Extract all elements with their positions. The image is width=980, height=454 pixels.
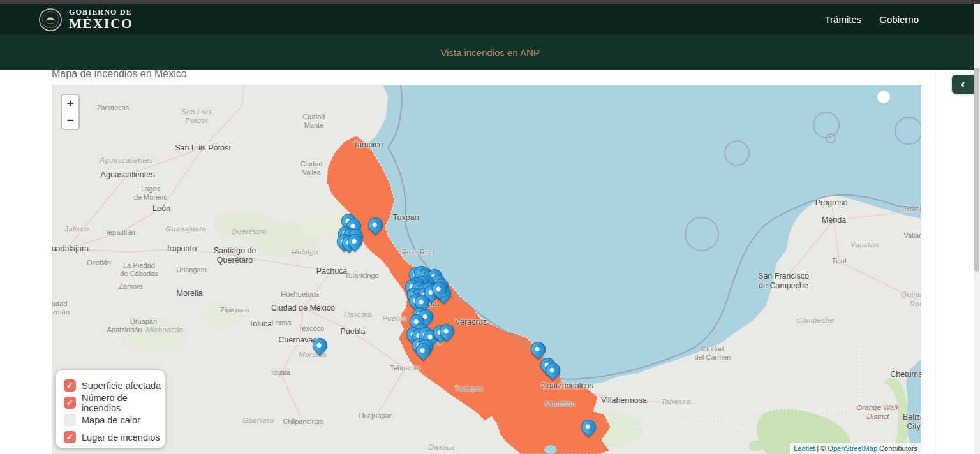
nav-tramites[interactable]: Trámites xyxy=(825,14,862,25)
legend-label: Número de incendios xyxy=(82,393,165,413)
map-label: Jalisco xyxy=(64,225,89,234)
map-label: Tehuacán xyxy=(390,364,420,372)
status-circle-marker xyxy=(877,91,890,103)
header-nav: Trámites Gobierno xyxy=(825,14,919,25)
map-label: Ticul xyxy=(832,257,847,265)
map-zoom-control: + − xyxy=(61,94,80,130)
map-label: Campeche xyxy=(797,316,835,325)
map-label: Aguascalientes xyxy=(100,156,153,165)
logo-line2: MÉXICO xyxy=(69,17,133,31)
zoom-out-button[interactable]: − xyxy=(62,112,78,129)
leaflet-map[interactable]: ZacatecasSan Luis PotosíSan Luis PotosíC… xyxy=(52,85,921,454)
legend-checkbox-0[interactable]: ✓ xyxy=(64,379,76,392)
map-label: Huajuapan xyxy=(359,412,392,420)
legend-row: Mapa de calor xyxy=(64,411,165,428)
map-label: Tepatitlán xyxy=(105,228,135,237)
map-label: Guanajuato xyxy=(165,225,205,234)
map-label: Ciudad Guzmán xyxy=(52,300,70,316)
map-label: Huehuetoca xyxy=(281,290,318,298)
map-label: Santiago de Querétaro xyxy=(214,246,256,265)
map-label: Tabasco xyxy=(661,398,690,407)
map-label: Uriangato xyxy=(176,266,207,274)
attribution-suffix: Contributors xyxy=(877,444,917,452)
map-label: Tulancingo xyxy=(345,272,378,280)
map-label: San Luis Potosí xyxy=(181,108,212,126)
map-label: Zitácuaro xyxy=(220,306,249,314)
map-label: Zamora xyxy=(119,282,143,291)
map-label: Tlaxcala xyxy=(343,311,372,319)
map-label: Belize City xyxy=(903,413,921,432)
map-label: Valladolid xyxy=(904,231,921,240)
map-label: Progreso xyxy=(815,198,848,208)
legend-label: Mapa de calor xyxy=(82,415,140,425)
legend-label: Superficie afectada xyxy=(82,381,161,391)
map-label: Irapuato xyxy=(167,244,197,254)
gobmx-logo[interactable]: GOBIERNO DE MÉXICO xyxy=(38,8,133,32)
map-label: San Luis Potosí xyxy=(175,143,231,153)
map-label: Mérida xyxy=(822,216,846,225)
map-label: Chilpancingo xyxy=(283,418,323,426)
layer-legend-panel: ✓Superficie afectada✓Número de incendios… xyxy=(56,370,165,448)
map-label: Puebla xyxy=(382,314,406,323)
map-label: Aguascalientes xyxy=(101,170,155,180)
map-label: Apatzingán xyxy=(107,326,142,334)
logo-line1: GOBIERNO DE xyxy=(69,8,133,16)
osm-link[interactable]: OpenStreetMap xyxy=(828,444,877,452)
map-label: Tuxpan xyxy=(392,213,419,223)
chevron-left-icon: ‹ xyxy=(961,77,965,91)
legend-row: ✓Número de incendios xyxy=(64,394,165,411)
map-label: Tampico xyxy=(353,140,383,150)
map-label: Querétaro xyxy=(231,228,266,237)
legend-checkbox-2[interactable] xyxy=(64,414,76,426)
map-attribution: Leaflet | © OpenStreetMap Contributors xyxy=(790,443,921,454)
map-label: Morelia xyxy=(177,289,203,298)
leaflet-link[interactable]: Leaflet xyxy=(794,444,815,452)
legend-checkbox-3[interactable]: ✓ xyxy=(64,431,76,443)
side-panel-toggle[interactable]: ‹ xyxy=(952,75,974,94)
map-label: Guadalajara xyxy=(52,244,89,254)
map-label: Toluca xyxy=(249,319,272,329)
banner-title[interactable]: Vista incendios en ANP xyxy=(440,47,540,58)
map-label: San Francisco de Campeche xyxy=(758,272,809,291)
map-label: Uruapan xyxy=(130,318,157,326)
map-label: Oaxaca xyxy=(428,443,455,452)
window-top-strip xyxy=(0,0,980,4)
map-label: Iguala xyxy=(271,369,290,377)
map-label: Ocotlán xyxy=(87,259,111,267)
mexico-seal-icon xyxy=(38,8,63,32)
legend-row: ✓Lugar de incendios xyxy=(64,428,165,446)
map-label: Pachuca xyxy=(316,267,348,276)
side-panel-edge xyxy=(937,70,937,454)
nav-gobierno[interactable]: Gobierno xyxy=(879,14,919,25)
map-label: Villahermosa xyxy=(601,396,647,406)
map-label: Ciudad de México xyxy=(271,304,335,313)
map-label: Quintana Roo xyxy=(901,291,921,309)
page-scrollbar[interactable] xyxy=(974,4,980,454)
map-label: La Piedad de Cabadas xyxy=(120,261,158,278)
map-label: Ciudad Mante xyxy=(303,113,325,129)
map-label: Veracruz xyxy=(455,318,486,327)
map-label: León xyxy=(152,204,170,214)
zoom-in-button[interactable]: + xyxy=(62,95,78,112)
map-label: Lagos de Moreno xyxy=(134,185,168,201)
map-label: Hidalgo xyxy=(292,248,318,257)
scrollbar-thumb[interactable] xyxy=(974,68,979,272)
map-label: Minatitlán xyxy=(545,400,575,408)
app-banner: Vista incendios en ANP xyxy=(0,35,980,70)
map-label: Michoacán xyxy=(145,326,183,335)
gobmx-header: GOBIERNO DE MÉXICO Trámites Gobierno xyxy=(0,4,980,35)
map-label: Tuxtepec xyxy=(455,384,484,393)
legend-checkbox-1[interactable]: ✓ xyxy=(64,397,76,409)
map-label: Ciudad Valles xyxy=(301,160,323,177)
legend-label: Lugar de incendios xyxy=(82,432,160,443)
map-label: Poza Rica xyxy=(402,248,434,256)
map-label: Zacatecas xyxy=(97,104,130,112)
map-label: Puebla xyxy=(341,327,366,337)
map-label: Coatzacoalcos xyxy=(541,381,593,391)
map-label: Yucatán xyxy=(850,241,879,250)
map-label: Ciudad del Carmen xyxy=(695,345,731,362)
map-label: Guerrero xyxy=(242,416,274,425)
map-label: Lerma xyxy=(271,319,291,327)
map-label: Tizimín xyxy=(903,205,921,213)
map-label: Chetumal xyxy=(890,370,921,379)
